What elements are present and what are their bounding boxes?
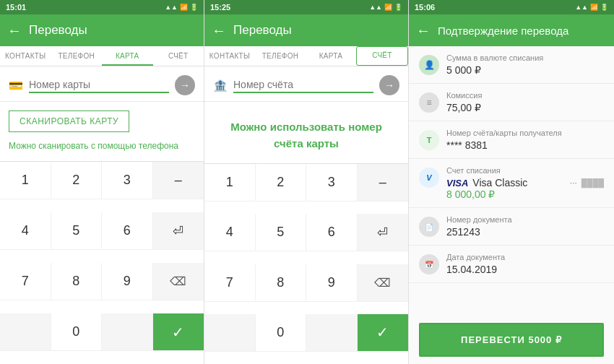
conf-icon-recipient: T xyxy=(419,130,439,150)
key-8-middle[interactable]: 8 xyxy=(256,264,307,302)
conf-label-docnum: Номер документа xyxy=(446,215,604,224)
key-3-middle[interactable]: 3 xyxy=(306,164,358,202)
conf-icon-commission: ≡ xyxy=(419,92,439,113)
key-empty-left xyxy=(0,313,51,351)
panel-left: 15:01 ▲▲📶🔋 ← Переводы КОНТАКТЫ ТЕЛЕФОН К… xyxy=(0,0,204,364)
key-8-left[interactable]: 8 xyxy=(51,263,103,300)
scan-hint: Можно сканировать с помощью телефона xyxy=(9,139,195,152)
key-6-middle[interactable]: 6 xyxy=(306,214,358,251)
conf-value-debit: 8 000,00 ₽ xyxy=(446,188,604,200)
header-right: ← Подтверждение перевода xyxy=(409,14,614,46)
conf-label-amount: Сумма в валюте списания xyxy=(446,53,604,62)
header-middle: ← Переводы xyxy=(204,14,408,46)
key-3-left[interactable]: 3 xyxy=(102,162,153,199)
conf-label-commission: Комиссия xyxy=(446,91,604,100)
card-input-area: 💳 → xyxy=(0,66,204,102)
statusbar-right: 15:06 ▲▲📶🔋 xyxy=(409,0,614,14)
tab-contacts-left[interactable]: КОНТАКТЫ xyxy=(0,46,51,66)
tab-card-middle[interactable]: КАРТА xyxy=(306,46,356,66)
confirm-icon-middle: ✓ xyxy=(376,324,389,341)
key-backspace-middle[interactable]: ⌫ xyxy=(358,264,409,302)
conf-icon-debit: V xyxy=(419,168,439,188)
conf-item-commission: ≡ Комиссия 75,00 ₽ xyxy=(409,84,614,121)
key-backspace-left[interactable]: ⌫ xyxy=(153,263,204,300)
conf-label-docdate: Дата документа xyxy=(446,253,604,261)
conf-value-recipient: **** 8381 xyxy=(446,139,604,151)
scan-card-button[interactable]: СКАНИРОВАТЬ КАРТУ xyxy=(9,110,129,132)
key-2-left[interactable]: 2 xyxy=(51,162,103,199)
key-empty-middle xyxy=(204,314,256,352)
key-5-left[interactable]: 5 xyxy=(51,212,103,250)
conf-text-debit: Счет списания VISA Visa Classic ··· ████… xyxy=(446,166,604,200)
back-button-middle[interactable]: ← xyxy=(212,22,226,39)
statusbar-middle: 15:25 ▲▲📶🔋 xyxy=(204,0,408,14)
time-left: 15:01 xyxy=(6,3,26,12)
key-9-left[interactable]: 9 xyxy=(102,263,153,300)
transfer-button[interactable]: ПЕРЕВЕСТИ 5000 ₽ xyxy=(419,323,604,357)
conf-item-docdate: 📅 Дата документа 15.04.2019 xyxy=(409,246,614,283)
conf-text-docnum: Номер документа 251243 xyxy=(446,215,604,238)
key-empty2-middle xyxy=(306,314,358,352)
visa-name: Visa Classic xyxy=(472,177,565,188)
tab-card-left[interactable]: КАРТА xyxy=(102,46,153,66)
tab-account-left[interactable]: СЧЁТ xyxy=(153,46,204,66)
conf-text-commission: Комиссия 75,00 ₽ xyxy=(446,91,604,113)
card-number-input[interactable] xyxy=(29,77,169,93)
panel-middle: 15:25 ▲▲📶🔋 ← Переводы КОНТАКТЫ ТЕЛЕФОН К… xyxy=(204,0,409,364)
key-confirm-middle[interactable]: ✓ xyxy=(358,314,409,352)
key-5-middle[interactable]: 5 xyxy=(256,214,307,251)
key-1-left[interactable]: 1 xyxy=(0,162,51,199)
key-2-middle[interactable]: 2 xyxy=(256,164,307,202)
statusbar-icons-right: ▲▲📶🔋 xyxy=(575,4,608,11)
card-icon: 💳 xyxy=(9,79,23,92)
key-dash-middle[interactable]: – xyxy=(358,164,409,202)
conf-text-amount: Сумма в валюте списания 5 000 ₽ xyxy=(446,53,604,76)
tabs-middle: КОНТАКТЫ ТЕЛЕФОН КАРТА СЧЁТ xyxy=(204,46,408,66)
key-6-left[interactable]: 6 xyxy=(102,212,153,250)
account-arrow-button[interactable]: → xyxy=(379,75,399,95)
key-9-middle[interactable]: 9 xyxy=(306,264,358,302)
account-icon: 🏦 xyxy=(213,79,228,92)
numpad-middle: 1 2 3 – 4 5 6 ⏎ 7 8 9 ⌫ 0 ✓ xyxy=(204,163,408,364)
back-button-left[interactable]: ← xyxy=(7,22,22,39)
key-enter-left[interactable]: ⏎ xyxy=(153,212,204,250)
panel-right: 15:06 ▲▲📶🔋 ← Подтверждение перевода 👤 Су… xyxy=(409,0,614,364)
time-right: 15:06 xyxy=(415,3,435,12)
header-title-middle: Переводы xyxy=(233,23,292,38)
conf-text-docdate: Дата документа 15.04.2019 xyxy=(446,253,604,275)
conf-item-amount: 👤 Сумма в валюте списания 5 000 ₽ xyxy=(409,46,614,84)
key-7-left[interactable]: 7 xyxy=(0,263,51,300)
conf-icon-docnum: 📄 xyxy=(419,217,439,237)
conf-item-recipient: T Номер счёта/карты получателя **** 8381 xyxy=(409,121,614,159)
back-button-right[interactable]: ← xyxy=(416,22,431,39)
tab-phone-left[interactable]: ТЕЛЕФОН xyxy=(51,46,103,66)
visa-dots: ··· xyxy=(570,178,577,188)
statusbar-icons-left: ▲▲📶🔋 xyxy=(165,4,198,11)
visa-row: VISA Visa Classic ··· ████ xyxy=(446,177,604,188)
key-0-left[interactable]: 0 xyxy=(51,313,103,351)
statusbar-left: 15:01 ▲▲📶🔋 xyxy=(0,0,204,14)
tab-phone-middle[interactable]: ТЕЛЕФОН xyxy=(255,46,306,66)
conf-value-amount: 5 000 ₽ xyxy=(446,64,604,76)
key-7-middle[interactable]: 7 xyxy=(204,264,256,302)
key-4-middle[interactable]: 4 xyxy=(204,214,256,251)
visa-logo: VISA xyxy=(446,178,468,188)
account-input-area: 🏦 → xyxy=(204,66,408,102)
account-number-input[interactable] xyxy=(233,77,373,93)
tab-contacts-middle[interactable]: КОНТАКТЫ xyxy=(204,46,255,66)
conf-item-docnum: 📄 Номер документа 251243 xyxy=(409,208,614,246)
key-empty2-left xyxy=(102,313,153,351)
key-4-left[interactable]: 4 xyxy=(0,212,51,250)
key-0-middle[interactable]: 0 xyxy=(256,314,307,352)
conf-item-debit: V Счет списания VISA Visa Classic ··· ██… xyxy=(409,159,614,208)
conf-value-docnum: 251243 xyxy=(446,226,604,238)
key-confirm-left[interactable]: ✓ xyxy=(153,313,204,351)
tab-account-middle[interactable]: СЧЁТ xyxy=(356,46,408,66)
card-arrow-button[interactable]: → xyxy=(175,75,195,95)
tabs-left: КОНТАКТЫ ТЕЛЕФОН КАРТА СЧЁТ xyxy=(0,46,204,66)
numpad-left: 1 2 3 – 4 5 6 ⏎ 7 8 9 ⌫ 0 ✓ xyxy=(0,161,204,364)
key-dash-left[interactable]: – xyxy=(153,162,204,199)
key-enter-middle[interactable]: ⏎ xyxy=(358,214,409,251)
key-1-middle[interactable]: 1 xyxy=(204,164,256,202)
confirm-icon-left: ✓ xyxy=(172,324,184,341)
